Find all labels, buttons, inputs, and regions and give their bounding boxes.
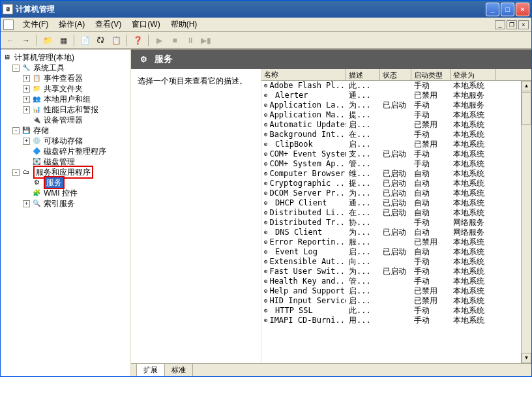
tree-indexing[interactable]: +🔍索引服务: [2, 198, 128, 209]
collapse-icon[interactable]: -: [12, 169, 20, 176]
titlebar[interactable]: 🖥 计算机管理 _ □ ×: [1, 1, 531, 18]
gear-icon: ⚙: [264, 317, 267, 325]
service-row[interactable]: ⚙Alerter通...已禁用本地服务: [261, 91, 531, 100]
service-row[interactable]: ⚙Computer Browser维...已启动自动本地系统: [261, 169, 531, 179]
service-row[interactable]: ⚙HID Input Service启...已禁用本地系统: [261, 296, 531, 306]
svc-logon: 本地系统: [451, 208, 496, 218]
expand-icon[interactable]: +: [23, 200, 30, 207]
refresh-button[interactable]: 🗘: [93, 33, 108, 48]
service-row[interactable]: ⚙Extensible Aut...向...手动本地系统: [261, 257, 531, 267]
service-row[interactable]: ⚙Distributed Tr...协...手动网络服务: [261, 218, 531, 228]
stop-service-button[interactable]: ■: [168, 33, 182, 48]
pause-service-button[interactable]: ⏸: [183, 33, 198, 48]
tree-storage[interactable]: -💾存储: [2, 125, 128, 136]
service-row[interactable]: ⚙Automatic Updates启...已禁用本地系统: [261, 120, 531, 130]
svc-desc: 启...: [346, 120, 380, 130]
show-hide-tree-button[interactable]: ▦: [56, 33, 70, 48]
tree-devmgr[interactable]: 🔌设备管理器: [2, 115, 128, 125]
tree-users[interactable]: +👥本地用户和组: [2, 94, 128, 104]
service-row[interactable]: ⚙DCOM Server Pr...为...已启动自动本地系统: [261, 188, 531, 198]
service-row[interactable]: ⚙Health Key and...管...手动本地系统: [261, 276, 531, 286]
tree-shared[interactable]: +📁共享文件夹: [2, 83, 128, 94]
expand-icon[interactable]: +: [23, 138, 30, 145]
svc-startup: 自动: [411, 247, 451, 257]
expand-icon[interactable]: +: [23, 85, 30, 93]
scroll-up-button[interactable]: ▲: [522, 81, 531, 91]
svc-logon: 本地系统: [451, 198, 496, 208]
expand-icon[interactable]: +: [23, 96, 30, 103]
service-row[interactable]: ⚙COM+ System Ap...管...手动本地系统: [261, 159, 531, 169]
service-row[interactable]: ⚙DNS Client为...已启动自动网络服务: [261, 228, 531, 237]
tree-services[interactable]: ⚙服务: [2, 177, 128, 188]
properties-button[interactable]: 📄: [78, 33, 92, 48]
vertical-scrollbar[interactable]: ▲ ▼: [521, 81, 531, 363]
mdi-restore[interactable]: ❐: [507, 20, 517, 29]
menu-window[interactable]: 窗口(W): [126, 18, 165, 31]
service-row[interactable]: ⚙Error Reportin...服...已禁用本地系统: [261, 237, 531, 247]
service-row[interactable]: ⚙Cryptographic ...提...已启动自动本地系统: [261, 179, 531, 188]
mdi-minimize[interactable]: _: [495, 20, 505, 29]
service-row[interactable]: ⚙Background Int...在...手动本地系统: [261, 130, 531, 140]
tree-systools[interactable]: -🔧系统工具: [2, 63, 128, 73]
expand-icon[interactable]: +: [23, 75, 30, 82]
service-row[interactable]: ⚙Distributed Li...在...已启动自动本地系统: [261, 208, 531, 218]
service-row[interactable]: ⚙HTTP SSL此...手动本地系统: [261, 306, 531, 316]
restart-service-button[interactable]: ▶▮: [199, 33, 213, 48]
tree-root[interactable]: 🖥计算机管理(本地): [2, 52, 128, 63]
close-button[interactable]: ×: [516, 3, 529, 16]
service-row[interactable]: ⚙COM+ Event System支...已启动手动本地系统: [261, 149, 531, 159]
mdi-close[interactable]: ×: [518, 20, 529, 29]
forward-button[interactable]: →: [19, 33, 33, 48]
up-button[interactable]: 📁: [40, 33, 55, 48]
svc-name: Adobe Flash Pl...: [269, 81, 346, 91]
service-row[interactable]: ⚙DHCP Client通...已启动自动本地系统: [261, 198, 531, 208]
service-row[interactable]: ⚙ClipBook启...已禁用本地系统: [261, 140, 531, 149]
tab-standard[interactable]: 标准: [164, 363, 193, 376]
svc-startup: 自动: [411, 188, 451, 198]
tree-wmi[interactable]: 🧩WMI 控件: [2, 188, 128, 198]
menubar: 文件(F) 操作(A) 查看(V) 窗口(W) 帮助(H) _ ❐ ×: [1, 18, 531, 32]
collapse-icon[interactable]: -: [12, 65, 20, 72]
service-row[interactable]: ⚙Application Ma...提...手动本地系统: [261, 110, 531, 120]
start-service-button[interactable]: ▶: [152, 33, 166, 48]
menu-file[interactable]: 文件(F): [18, 18, 53, 31]
svc-startup: 已禁用: [411, 237, 451, 247]
collapse-icon[interactable]: -: [12, 127, 20, 134]
tree-removable[interactable]: +💿可移动存储: [2, 136, 128, 146]
tree-svcapps[interactable]: -🗂服务和应用程序: [2, 167, 128, 177]
service-row[interactable]: ⚙Fast User Swit...为...已启动手动本地系统: [261, 267, 531, 276]
scroll-thumb[interactable]: [522, 92, 531, 125]
help-button[interactable]: ❓: [130, 33, 145, 48]
export-button[interactable]: 📋: [109, 33, 123, 48]
svc-status: 已启动: [380, 169, 411, 179]
svc-desc: 启...: [346, 286, 380, 296]
minimize-button[interactable]: _: [486, 3, 499, 16]
col-startup[interactable]: 启动类型: [411, 69, 451, 80]
tree-eventvwr[interactable]: +📋事件查看器: [2, 73, 128, 83]
menu-help[interactable]: 帮助(H): [166, 18, 203, 31]
col-name[interactable]: 名称: [261, 69, 346, 80]
col-status[interactable]: 状态: [380, 69, 411, 80]
service-row[interactable]: ⚙IMAPI CD-Burni...用...手动本地系统: [261, 316, 531, 325]
back-button[interactable]: ←: [3, 33, 18, 48]
tree-panel[interactable]: 🖥计算机管理(本地) -🔧系统工具 +📋事件查看器 +📁共享文件夹 +👥本地用户…: [1, 50, 131, 376]
menu-action[interactable]: 操作(A): [53, 18, 90, 31]
svcapps-icon: 🗂: [21, 168, 31, 177]
col-desc[interactable]: 描述: [346, 69, 380, 80]
service-row[interactable]: ⚙Event Log启...已启动自动本地系统: [261, 247, 531, 257]
svc-startup: 已禁用: [411, 91, 451, 100]
service-row[interactable]: ⚙Adobe Flash Pl...此...手动本地系统: [261, 81, 531, 91]
service-row[interactable]: ⚙Application La...为...已启动手动本地服务: [261, 100, 531, 110]
svc-name: Event Log: [275, 247, 318, 257]
scroll-down-button[interactable]: ▼: [522, 353, 531, 363]
expand-icon[interactable]: +: [23, 106, 30, 113]
menu-view[interactable]: 查看(V): [90, 18, 126, 31]
tab-extended[interactable]: 扩展: [136, 363, 165, 376]
list-body[interactable]: ⚙Adobe Flash Pl...此...手动本地系统⚙Alerter通...…: [261, 81, 531, 363]
service-row[interactable]: ⚙Help and Support启...已禁用本地系统: [261, 286, 531, 296]
col-logon[interactable]: 登录为: [451, 69, 496, 80]
tree-defrag[interactable]: 🔷磁盘碎片整理程序: [2, 146, 128, 157]
tree-perf[interactable]: +📊性能日志和警报: [2, 104, 128, 115]
svc-logon: 本地系统: [451, 257, 496, 267]
maximize-button[interactable]: □: [501, 3, 514, 16]
